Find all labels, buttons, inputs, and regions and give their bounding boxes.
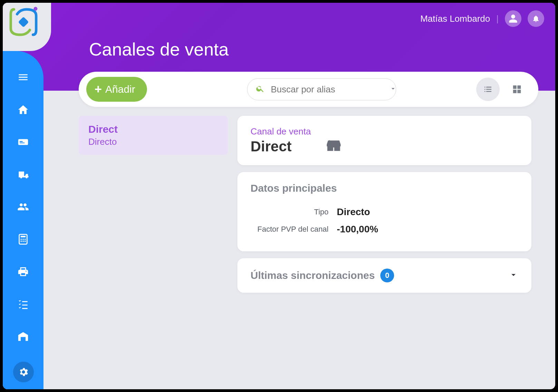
svg-point-1 bbox=[33, 7, 37, 11]
svg-rect-14 bbox=[21, 339, 25, 340]
sync-count-badge: 0 bbox=[380, 269, 394, 282]
users-icon bbox=[17, 201, 29, 213]
sidebar-users[interactable] bbox=[16, 200, 30, 214]
channel-header-card: Canal de venta Direct bbox=[237, 116, 531, 165]
list-icon bbox=[483, 84, 493, 94]
field-type-label: Tipo bbox=[251, 208, 337, 217]
user-icon bbox=[508, 14, 518, 23]
sidebar-badge[interactable] bbox=[16, 135, 30, 149]
user-separator: | bbox=[496, 13, 499, 24]
toolbar: + Añadir bbox=[79, 72, 538, 107]
svg-point-7 bbox=[20, 239, 22, 240]
detail-panel: Canal de venta Direct Datos principales … bbox=[237, 116, 531, 293]
add-button[interactable]: + Añadir bbox=[86, 77, 147, 102]
search-input[interactable] bbox=[271, 84, 383, 95]
gear-icon bbox=[18, 366, 29, 378]
svg-rect-6 bbox=[21, 236, 26, 237]
sidebar-calculator[interactable] bbox=[16, 232, 30, 246]
svg-rect-3 bbox=[20, 141, 23, 142]
svg-point-9 bbox=[25, 239, 26, 240]
search-icon bbox=[256, 84, 265, 94]
channel-name: Direct bbox=[251, 138, 292, 155]
sidebar-print[interactable] bbox=[16, 265, 30, 279]
add-button-label: Añadir bbox=[105, 83, 135, 95]
hamburger-icon bbox=[17, 71, 29, 83]
view-grid-button[interactable] bbox=[505, 78, 529, 101]
svg-point-8 bbox=[22, 239, 24, 240]
truck-icon bbox=[17, 169, 29, 180]
view-list-button[interactable] bbox=[476, 78, 500, 101]
id-card-icon bbox=[17, 136, 29, 148]
sidebar-checklist[interactable] bbox=[16, 297, 30, 311]
checklist-icon bbox=[17, 298, 29, 310]
sync-title: Últimas sincronizaciones bbox=[251, 270, 375, 281]
field-type: Tipo Directo bbox=[251, 207, 518, 218]
sync-card[interactable]: Últimas sincronizaciones 0 bbox=[237, 258, 531, 293]
section-label: Canal de venta bbox=[251, 126, 518, 137]
chevron-down-icon bbox=[509, 270, 518, 280]
app-logo[interactable] bbox=[3, 3, 51, 51]
avatar[interactable] bbox=[505, 10, 521, 27]
printer-icon bbox=[17, 266, 29, 278]
list-item-subtitle: Directo bbox=[88, 137, 218, 147]
field-type-value: Directo bbox=[337, 207, 370, 218]
warehouse-icon bbox=[17, 331, 29, 342]
svg-rect-2 bbox=[18, 139, 28, 145]
svg-rect-13 bbox=[21, 338, 25, 339]
field-pvp: Factor PVP del canal -100,00% bbox=[251, 224, 518, 235]
main-data-card: Datos principales Tipo Directo Factor PV… bbox=[237, 172, 531, 251]
svg-rect-0 bbox=[18, 17, 29, 27]
page-title: Canales de venta bbox=[89, 39, 229, 60]
menu-toggle[interactable] bbox=[16, 70, 30, 84]
sidebar bbox=[3, 51, 43, 389]
svg-point-10 bbox=[20, 241, 22, 242]
notifications-button[interactable] bbox=[528, 10, 544, 27]
bell-icon bbox=[532, 14, 540, 23]
field-pvp-value: -100,00% bbox=[337, 224, 378, 235]
expand-sync[interactable] bbox=[509, 270, 518, 281]
sidebar-home[interactable] bbox=[16, 103, 30, 117]
plus-icon: + bbox=[95, 82, 102, 97]
user-name[interactable]: Matías Lombardo bbox=[420, 13, 490, 24]
field-pvp-label: Factor PVP del canal bbox=[251, 225, 337, 234]
sidebar-warehouse[interactable] bbox=[16, 330, 30, 343]
svg-rect-4 bbox=[20, 142, 25, 143]
list-item-title: Direct bbox=[88, 123, 218, 135]
grid-icon bbox=[512, 84, 522, 94]
store-disabled-icon bbox=[326, 138, 341, 153]
list-item[interactable]: Direct Directo bbox=[79, 116, 228, 155]
channel-list: Direct Directo bbox=[79, 116, 228, 155]
logo-icon bbox=[8, 6, 39, 38]
chevron-down-icon[interactable] bbox=[389, 85, 397, 94]
calculator-icon bbox=[17, 233, 29, 245]
search-combo[interactable] bbox=[247, 78, 396, 100]
home-icon bbox=[17, 104, 29, 115]
settings-button[interactable] bbox=[13, 362, 34, 382]
main-data-title: Datos principales bbox=[251, 182, 518, 194]
svg-point-12 bbox=[25, 241, 26, 242]
sidebar-shipping[interactable] bbox=[16, 168, 30, 181]
svg-point-11 bbox=[22, 241, 24, 242]
